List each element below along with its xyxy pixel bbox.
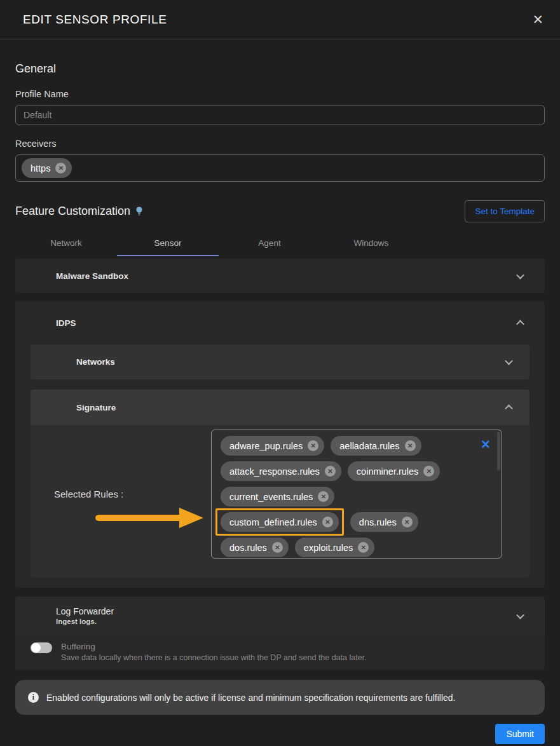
rules-row: adware_pup.rules ✕ aelladata.rules ✕	[221, 436, 493, 456]
tab-network[interactable]: Network	[15, 230, 117, 256]
rule-chip-label: dos.rules	[229, 543, 267, 553]
arrow-head	[179, 508, 203, 528]
modal-title: EDIT SENSOR PROFILE	[23, 13, 167, 27]
arrow-shaft	[95, 515, 182, 521]
rule-chip-label: custom_defined.rules	[229, 517, 317, 527]
modal-body: General Profile Name Receivers https ✕ F…	[0, 62, 560, 744]
selected-rules-label: Selected Rules :	[54, 489, 123, 499]
rules-row: attack_response.rules ✕ coinminer.rules …	[221, 461, 493, 481]
receiver-chip-label: https	[31, 163, 50, 173]
info-banner: i Enabled configurations will only be ac…	[15, 680, 545, 715]
chevron-down-icon	[505, 357, 513, 365]
rule-chip-highlighted[interactable]: custom_defined.rules ✕	[221, 512, 339, 532]
info-banner-text: Enabled configurations will only be acti…	[46, 693, 456, 703]
feature-customization-title: Feature Customization	[15, 205, 130, 218]
signature-section: Signature Selected Rules : adware_pup.ru…	[31, 390, 529, 578]
rules-row: current_events.rules ✕	[221, 487, 493, 506]
rule-chip-label: coinminer.rules	[357, 466, 419, 477]
rule-chip[interactable]: aelladata.rules ✕	[331, 436, 421, 456]
rules-row: dos.rules ✕ exploit.rules ✕	[221, 538, 493, 557]
profile-name-input[interactable]	[15, 105, 545, 125]
chip-remove-icon[interactable]: ✕	[423, 466, 434, 477]
rule-chip[interactable]: dos.rules ✕	[221, 538, 289, 557]
accordion-idps[interactable]: IDPS	[15, 301, 545, 344]
receivers-input[interactable]: https ✕	[15, 154, 545, 182]
networks-title: Networks	[76, 357, 115, 367]
idps-title: IDPS	[56, 318, 76, 328]
tab-windows[interactable]: Windows	[320, 230, 422, 256]
buffering-label: Buffering	[61, 642, 367, 651]
rule-chip[interactable]: dns.rules ✕	[350, 512, 418, 532]
chevron-up-icon	[505, 404, 513, 412]
receiver-chip[interactable]: https ✕	[22, 158, 72, 178]
accordion-log-forwarder[interactable]: Log Forwarder Ingest logs.	[15, 597, 545, 635]
lightbulb-icon	[135, 207, 143, 217]
submit-button[interactable]: Submit	[495, 724, 545, 744]
chip-remove-icon[interactable]: ✕	[402, 517, 413, 527]
annotation-arrow-icon	[95, 508, 205, 528]
chip-remove-icon[interactable]: ✕	[308, 440, 318, 451]
rules-row: custom_defined.rules ✕ dns.rules ✕	[221, 512, 493, 532]
selected-rules-input[interactable]: adware_pup.rules ✕ aelladata.rules ✕ att…	[211, 430, 502, 559]
accordion-networks[interactable]: Networks	[31, 344, 529, 379]
rule-chip[interactable]: current_events.rules ✕	[221, 487, 334, 506]
close-icon[interactable]: ✕	[532, 13, 543, 26]
chip-remove-icon[interactable]: ✕	[55, 163, 66, 173]
highlight-annotation-box: custom_defined.rules ✕	[215, 508, 344, 536]
chip-remove-icon[interactable]: ✕	[325, 466, 336, 477]
chip-remove-icon[interactable]: ✕	[322, 517, 333, 527]
active-tab-indicator	[117, 255, 219, 256]
rule-chip-label: aelladata.rules	[339, 441, 399, 451]
feature-customization-heading: Feature Customization	[15, 205, 143, 218]
log-forwarder-title: Log Forwarder	[56, 606, 114, 616]
chip-remove-icon[interactable]: ✕	[358, 542, 369, 553]
feature-tabs: Network Sensor Agent Windows	[15, 230, 545, 256]
buffering-description: Save data locally when there is a connec…	[61, 653, 367, 662]
rule-chip-label: adware_pup.rules	[229, 441, 303, 451]
set-to-template-button[interactable]: Set to Template	[465, 200, 545, 222]
chevron-down-icon	[516, 271, 524, 279]
buffering-row: Buffering Save data locally when there i…	[15, 635, 545, 670]
malware-sandbox-title: Malware Sandbox	[56, 271, 128, 281]
log-forwarder-subtitle: Ingest logs.	[56, 618, 114, 625]
chip-remove-icon[interactable]: ✕	[272, 542, 283, 553]
chip-remove-icon[interactable]: ✕	[318, 491, 329, 502]
chevron-down-icon	[516, 611, 524, 619]
rule-chip[interactable]: exploit.rules ✕	[295, 538, 374, 557]
rule-chip-label: current_events.rules	[229, 492, 313, 502]
signature-body: Selected Rules : adware_pup.rules ✕ aell…	[31, 425, 529, 578]
receivers-label: Receivers	[15, 139, 545, 149]
rule-chip[interactable]: adware_pup.rules ✕	[221, 436, 324, 456]
rule-chip-label: dns.rules	[359, 517, 397, 527]
chevron-up-icon	[516, 320, 524, 328]
feature-customization-row: Feature Customization Set to Template	[15, 200, 545, 222]
signature-title: Signature	[76, 403, 116, 412]
rule-chip[interactable]: attack_response.rules ✕	[221, 461, 341, 481]
toggle-knob	[31, 643, 41, 653]
modal-header: EDIT SENSOR PROFILE ✕	[0, 0, 560, 39]
info-icon: i	[28, 692, 39, 703]
buffering-toggle[interactable]	[31, 642, 52, 653]
submit-row: Submit	[15, 724, 545, 744]
accordion-signature[interactable]: Signature	[31, 390, 529, 425]
rule-chip-label: exploit.rules	[304, 543, 353, 553]
tab-agent[interactable]: Agent	[219, 230, 320, 256]
rule-chip[interactable]: coinminer.rules ✕	[348, 461, 440, 481]
log-forwarder-section: Log Forwarder Ingest logs. Buffering Sav…	[15, 597, 545, 670]
tab-sensor[interactable]: Sensor	[117, 230, 219, 256]
rule-chip-label: attack_response.rules	[229, 466, 320, 477]
general-heading: General	[15, 62, 545, 76]
profile-name-label: Profile Name	[15, 89, 545, 99]
accordion-malware-sandbox[interactable]: Malware Sandbox	[15, 259, 545, 293]
scrollbar-thumb[interactable]	[497, 432, 500, 470]
clear-all-icon[interactable]: ✕	[481, 438, 491, 451]
chip-remove-icon[interactable]: ✕	[405, 440, 416, 451]
idps-panel: IDPS Networks Signature Selected Rules :	[15, 301, 545, 588]
